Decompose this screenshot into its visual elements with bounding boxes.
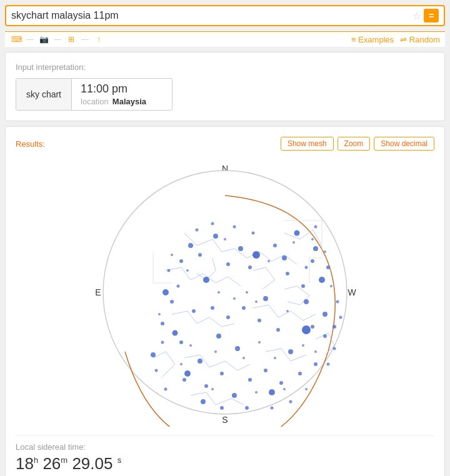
svg-point-63	[252, 251, 260, 259]
svg-point-156	[283, 388, 286, 390]
south-label: S	[222, 415, 228, 425]
bookmark-icon[interactable]: ☆	[412, 10, 421, 22]
svg-point-106	[332, 325, 336, 329]
svg-point-87	[198, 253, 202, 257]
svg-point-150	[258, 341, 261, 344]
sky-chart-svg: N S E W	[91, 158, 359, 427]
svg-point-120	[233, 226, 236, 229]
svg-point-157	[305, 388, 308, 390]
sky-circle	[103, 171, 347, 414]
svg-point-136	[268, 260, 270, 262]
toolbar-left: ⌨ — 📷 — ⊞ — ↑	[10, 34, 105, 44]
svg-point-153	[314, 350, 317, 353]
sidereal-label: Local sidereal time:	[16, 442, 434, 452]
zoom-button[interactable]: Zoom	[338, 137, 371, 151]
svg-point-77	[216, 334, 221, 339]
results-header: Results: Show mesh Zoom Show decimal	[16, 137, 434, 151]
svg-point-112	[279, 381, 283, 385]
svg-point-110	[248, 378, 252, 382]
svg-point-119	[252, 232, 255, 235]
svg-point-132	[271, 407, 274, 410]
svg-point-141	[218, 291, 220, 294]
svg-point-68	[162, 289, 169, 295]
show-mesh-button[interactable]: Show mesh	[281, 137, 334, 151]
interp-tag: sky chart	[16, 79, 72, 110]
svg-point-124	[305, 266, 308, 269]
svg-point-125	[336, 300, 339, 304]
svg-point-123	[314, 226, 318, 229]
svg-point-80	[201, 399, 206, 404]
svg-point-85	[198, 359, 202, 364]
svg-point-155	[255, 391, 258, 394]
hours-unit: h	[34, 455, 38, 465]
svg-point-118	[177, 285, 180, 288]
interp-time: 11:00 pm	[81, 82, 163, 96]
svg-point-133	[289, 400, 292, 404]
svg-point-101	[242, 306, 246, 310]
svg-point-64	[184, 370, 191, 377]
svg-point-84	[313, 246, 318, 251]
svg-point-149	[242, 357, 245, 359]
search-input[interactable]	[11, 10, 412, 21]
svg-point-146	[189, 344, 192, 347]
results-buttons: Show mesh Zoom Show decimal	[281, 137, 434, 151]
grid-icon[interactable]: ⊞	[65, 34, 78, 44]
examples-link[interactable]: ≡ Examples	[351, 35, 394, 44]
svg-point-142	[233, 297, 236, 300]
seconds-unit: s	[118, 455, 122, 465]
camera-icon[interactable]: 📷	[38, 34, 50, 44]
svg-point-70	[294, 231, 300, 236]
equals-icon: =	[429, 11, 434, 21]
svg-point-143	[246, 291, 248, 294]
svg-point-138	[311, 238, 314, 240]
svg-point-121	[211, 222, 214, 226]
svg-point-91	[286, 272, 289, 275]
svg-point-134	[186, 269, 189, 272]
keyboard-icon[interactable]: ⌨	[10, 34, 22, 44]
svg-point-96	[161, 322, 164, 325]
svg-point-83	[322, 312, 328, 317]
svg-point-103	[276, 328, 280, 332]
random-link[interactable]: ⇌ Random	[400, 35, 440, 44]
main-content: Input interpretation: sky chart 11:00 pm…	[5, 52, 445, 476]
sidereal-seconds: 29.05	[72, 454, 112, 473]
svg-point-86	[179, 259, 183, 263]
input-label: Input interpretation:	[16, 62, 434, 72]
location-value: Malaysia	[112, 97, 146, 106]
svg-point-75	[263, 296, 268, 301]
search-icons: ☆ =	[412, 9, 439, 22]
svg-point-127	[333, 347, 336, 350]
svg-point-154	[211, 388, 214, 390]
svg-point-100	[226, 315, 230, 319]
results-panel: Results: Show mesh Zoom Show decimal N S…	[5, 126, 445, 476]
interp-location: locationMalaysia	[81, 97, 163, 106]
sky-chart-container: N S E W	[16, 158, 434, 427]
svg-point-93	[311, 259, 314, 263]
svg-point-145	[286, 310, 289, 312]
svg-point-129	[161, 341, 164, 344]
east-label: E	[95, 287, 101, 297]
west-label: W	[348, 287, 356, 297]
svg-point-62	[302, 325, 311, 334]
results-label: Results:	[16, 139, 45, 149]
share-icon[interactable]: ↑	[92, 34, 105, 44]
svg-point-108	[204, 384, 208, 388]
svg-point-104	[311, 325, 314, 329]
toolbar: ⌨ — 📷 — ⊞ — ↑ ≡ Examples ⇌ Random	[5, 31, 445, 47]
minutes-unit: m	[61, 455, 68, 465]
svg-point-71	[188, 243, 193, 248]
svg-point-126	[339, 316, 342, 319]
search-bar: ☆ =	[5, 5, 445, 26]
svg-point-117	[168, 269, 171, 272]
svg-point-140	[330, 285, 332, 287]
sidereal-hours: 18	[16, 454, 34, 473]
show-decimal-button[interactable]: Show decimal	[374, 137, 434, 151]
svg-point-67	[319, 277, 325, 283]
svg-point-128	[327, 363, 330, 366]
svg-point-151	[274, 357, 276, 359]
svg-point-81	[232, 393, 237, 398]
svg-point-139	[324, 250, 326, 253]
wolfram-button[interactable]: =	[424, 9, 439, 22]
svg-point-82	[151, 352, 156, 357]
sidereal-section: Local sidereal time: 18h 26m 29.05 s	[16, 435, 434, 474]
